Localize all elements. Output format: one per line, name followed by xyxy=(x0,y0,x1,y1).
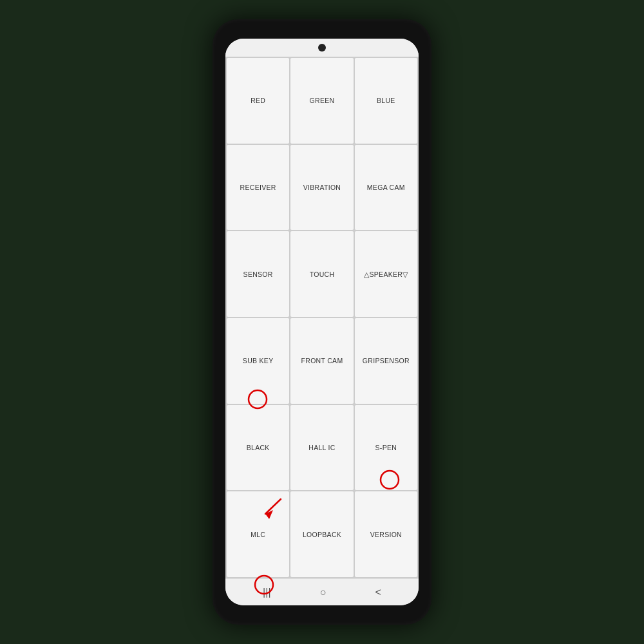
test-grid: REDGREENBLUERECEIVERVIBRATIONMEGA CAMSEN… xyxy=(225,57,419,578)
recent-apps-icon[interactable]: ||| xyxy=(263,587,270,598)
navigation-bar: ||| ○ < xyxy=(225,578,419,605)
grid-cell-0-1[interactable]: GREEN xyxy=(290,58,353,144)
grid-cell-5-1[interactable]: LOOPBACK xyxy=(290,491,353,577)
grid-cell-label-2-2: △SPEAKER▽ xyxy=(364,270,408,278)
grid-cell-label-3-1: FRONT CAM xyxy=(301,357,343,365)
grid-cell-1-1[interactable]: VIBRATION xyxy=(290,145,353,231)
grid-cell-1-2[interactable]: MEGA CAM xyxy=(355,145,417,231)
grid-cell-0-0[interactable]: RED xyxy=(227,58,289,144)
back-icon[interactable]: < xyxy=(375,587,381,598)
grid-cell-label-2-1: TOUCH xyxy=(310,270,335,278)
grid-cell-5-2[interactable]: VERSION xyxy=(355,491,417,577)
grid-cell-label-0-0: RED xyxy=(251,97,265,104)
grid-cell-2-2[interactable]: △SPEAKER▽ xyxy=(355,231,417,317)
grid-cell-2-0[interactable]: SENSOR xyxy=(227,231,289,317)
grid-cell-label-1-2: MEGA CAM xyxy=(367,184,405,191)
grid-cell-label-0-2: BLUE xyxy=(377,97,395,104)
grid-cell-label-5-1: LOOPBACK xyxy=(303,531,341,538)
grid-cell-label-4-0: BLACK xyxy=(247,444,270,451)
grid-cell-label-5-2: VERSION xyxy=(370,531,402,538)
grid-cell-label-3-2: GRIPSENSOR xyxy=(363,357,410,365)
grid-cell-label-4-2: S-PEN xyxy=(375,444,397,451)
phone-screen: REDGREENBLUERECEIVERVIBRATIONMEGA CAMSEN… xyxy=(225,39,419,605)
phone-top-bar xyxy=(225,39,419,57)
grid-cell-3-0[interactable]: SUB KEY xyxy=(227,318,289,404)
grid-cell-label-1-0: RECEIVER xyxy=(240,184,276,191)
front-camera-dot xyxy=(318,44,326,52)
grid-cell-2-1[interactable]: TOUCH xyxy=(290,231,353,317)
grid-cell-3-1[interactable]: FRONT CAM xyxy=(290,318,353,404)
grid-cell-label-3-0: SUB KEY xyxy=(243,357,274,365)
grid-cell-label-5-0: MLC xyxy=(251,531,265,538)
phone-device: REDGREENBLUERECEIVERVIBRATIONMEGA CAMSEN… xyxy=(213,19,431,625)
home-icon[interactable]: ○ xyxy=(320,587,327,598)
grid-cell-4-1[interactable]: HALL IC xyxy=(290,405,353,491)
grid-cell-5-0[interactable]: MLC xyxy=(227,491,289,577)
grid-cell-label-2-0: SENSOR xyxy=(243,270,273,278)
grid-cell-label-4-1: HALL IC xyxy=(308,444,335,451)
grid-cell-label-1-1: VIBRATION xyxy=(303,184,341,191)
grid-cell-label-0-1: GREEN xyxy=(310,97,335,104)
grid-cell-3-2[interactable]: GRIPSENSOR xyxy=(355,318,417,404)
grid-cell-4-0[interactable]: BLACK xyxy=(227,405,289,491)
grid-cell-0-2[interactable]: BLUE xyxy=(355,58,417,144)
grid-cell-1-0[interactable]: RECEIVER xyxy=(227,145,289,231)
grid-cell-4-2[interactable]: S-PEN xyxy=(355,405,417,491)
